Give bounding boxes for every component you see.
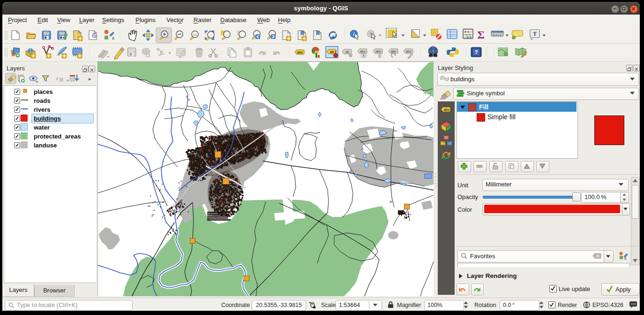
svg-text:1:1: 1:1 [193, 33, 197, 36]
svg-text:abc: abc [406, 50, 412, 53]
svg-text:abc: abc [444, 108, 449, 111]
svg-text:a: a [624, 256, 627, 261]
svg-text:ab: ab [330, 50, 334, 54]
svg-text:a: a [112, 36, 114, 40]
svg-text:abc: abc [297, 51, 303, 54]
svg-text:ε: ε [56, 75, 59, 82]
svg-text:abc: abc [391, 50, 397, 53]
svg-text:abc: abc [360, 50, 366, 53]
svg-text:ab: ab [345, 50, 349, 54]
svg-text:abc: abc [375, 50, 381, 53]
svg-text:T: T [533, 31, 537, 37]
svg-text:?: ? [475, 49, 478, 55]
svg-text:»: » [88, 76, 91, 82]
svg-text:Σ: Σ [477, 29, 485, 41]
